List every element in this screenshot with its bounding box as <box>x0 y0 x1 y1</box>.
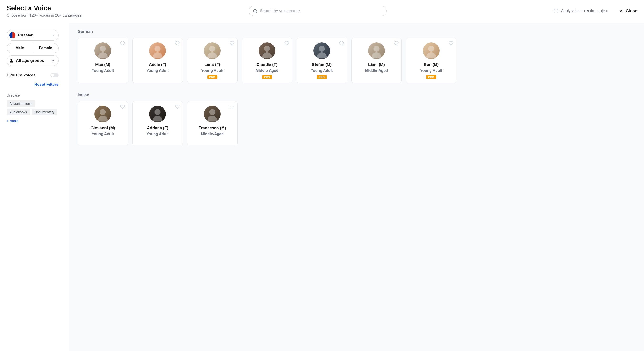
svg-point-9 <box>428 46 434 52</box>
avatar <box>204 42 220 59</box>
voice-card[interactable]: Claudia (F)Middle-AgedPRO <box>242 38 292 83</box>
usecase-tag[interactable]: Advertisements <box>7 100 35 107</box>
gender-segmented: Male Female <box>7 43 58 53</box>
reset-filters-link[interactable]: Reset Filters <box>7 82 58 87</box>
voice-name: Adele (F) <box>149 62 166 67</box>
main-content: GermanMax (M)Young AdultAdele (F)Young A… <box>69 23 644 351</box>
voice-age: Young Adult <box>92 69 114 73</box>
close-button[interactable]: ✕ Close <box>619 8 637 14</box>
favorite-icon[interactable] <box>230 104 234 110</box>
header: Select a Voice Choose from 120+ voices i… <box>0 0 644 23</box>
voice-age: Middle-Aged <box>256 69 278 73</box>
voice-card[interactable]: Liam (M)Middle-Aged <box>351 38 402 83</box>
voice-name: Giovanni (M) <box>91 126 115 131</box>
voice-grid: Giovanni (M)Young AdultAdriana (F)Young … <box>78 101 636 146</box>
svg-point-0 <box>254 9 256 12</box>
search-input-wrap[interactable] <box>249 6 387 16</box>
person-icon <box>9 59 14 63</box>
voice-name: Lena (F) <box>204 62 220 67</box>
avatar <box>94 106 111 122</box>
voice-card[interactable]: Stefan (M)Young AdultPRO <box>296 38 347 83</box>
close-icon: ✕ <box>619 8 623 14</box>
section-title: German <box>78 29 636 34</box>
gender-male-button[interactable]: Male <box>7 43 33 53</box>
search-icon <box>253 9 258 13</box>
voice-card[interactable]: Adriana (F)Young Adult <box>132 101 183 146</box>
voice-age: Middle-Aged <box>201 132 224 136</box>
age-dropdown[interactable]: All age groups ▼ <box>7 56 58 66</box>
apply-voice-label: Apply voice to entire project <box>561 9 608 13</box>
avatar <box>149 42 166 59</box>
pro-badge: PRO <box>426 75 436 79</box>
flag-icon <box>9 32 16 38</box>
avatar <box>423 42 440 59</box>
voice-name: Ben (M) <box>424 62 438 67</box>
usecase-tag[interactable]: Documentary <box>32 109 57 116</box>
voice-name: Claudia (F) <box>256 62 278 67</box>
svg-point-5 <box>209 46 215 52</box>
page-title: Select a Voice <box>7 4 82 12</box>
voice-grid: Max (M)Young AdultAdele (F)Young AdultLe… <box>78 38 636 83</box>
svg-point-6 <box>264 46 270 52</box>
favorite-icon[interactable] <box>175 41 180 47</box>
svg-point-8 <box>374 46 379 52</box>
voice-age: Young Adult <box>146 132 168 136</box>
voice-card[interactable]: Max (M)Young Adult <box>78 38 128 83</box>
pro-badge: PRO <box>207 75 217 79</box>
voice-name: Max (M) <box>95 62 110 67</box>
section-title: Italian <box>78 93 636 97</box>
avatar <box>94 42 111 59</box>
gender-female-button[interactable]: Female <box>33 43 58 53</box>
chevron-down-icon: ▼ <box>52 59 54 62</box>
svg-line-1 <box>256 12 257 13</box>
svg-point-11 <box>154 109 160 115</box>
avatar <box>368 42 385 59</box>
sidebar: Russian ▼ Male Female All age groups ▼ H… <box>0 23 69 351</box>
voice-age: Middle-Aged <box>365 69 388 73</box>
favorite-icon[interactable] <box>339 41 344 47</box>
pro-badge: PRO <box>262 75 272 79</box>
usecase-header: Usecase <box>7 94 62 97</box>
voice-card[interactable]: Adele (F)Young Adult <box>132 38 183 83</box>
voice-age: Young Adult <box>310 69 333 73</box>
voice-card[interactable]: Giovanni (M)Young Adult <box>78 101 128 146</box>
favorite-icon[interactable] <box>394 41 399 47</box>
voice-card[interactable]: Ben (M)Young AdultPRO <box>406 38 456 83</box>
age-label: All age groups <box>16 58 44 63</box>
apply-voice-checkbox[interactable] <box>554 9 558 13</box>
svg-point-12 <box>209 109 215 115</box>
avatar <box>204 106 220 122</box>
pro-badge: PRO <box>317 75 326 79</box>
language-dropdown[interactable]: Russian ▼ <box>7 30 58 41</box>
more-usecases-link[interactable]: + more <box>7 119 62 123</box>
svg-point-10 <box>100 109 106 115</box>
voice-name: Liam (M) <box>368 62 385 67</box>
svg-point-2 <box>10 59 12 61</box>
favorite-icon[interactable] <box>120 41 125 47</box>
favorite-icon[interactable] <box>175 104 180 110</box>
svg-point-4 <box>154 46 160 52</box>
hide-pro-toggle[interactable] <box>50 73 58 77</box>
chevron-down-icon: ▼ <box>52 34 54 37</box>
favorite-icon[interactable] <box>284 41 289 47</box>
svg-point-3 <box>100 46 106 52</box>
voice-card[interactable]: Lena (F)Young AdultPRO <box>187 38 238 83</box>
page-subtitle: Choose from 120+ voices in 20+ Languages <box>7 13 82 18</box>
search-input[interactable] <box>260 9 383 13</box>
favorite-icon[interactable] <box>120 104 125 110</box>
voice-age: Young Adult <box>92 132 114 136</box>
voice-card[interactable]: Francesco (M)Middle-Aged <box>187 101 238 146</box>
avatar <box>259 42 275 59</box>
voice-name: Stefan (M) <box>312 62 332 67</box>
voice-age: Young Adult <box>146 69 168 73</box>
favorite-icon[interactable] <box>448 41 453 47</box>
language-label: Russian <box>18 33 34 38</box>
avatar <box>314 42 330 59</box>
favorite-icon[interactable] <box>230 41 234 47</box>
usecase-tag[interactable]: Audiobooks <box>7 109 30 116</box>
hide-pro-label: Hide Pro Voices <box>7 73 36 77</box>
usecase-tags: AdvertisementsAudiobooksDocumentary <box>7 100 58 116</box>
avatar <box>149 106 166 122</box>
voice-age: Young Adult <box>201 69 223 73</box>
svg-point-7 <box>319 46 324 52</box>
